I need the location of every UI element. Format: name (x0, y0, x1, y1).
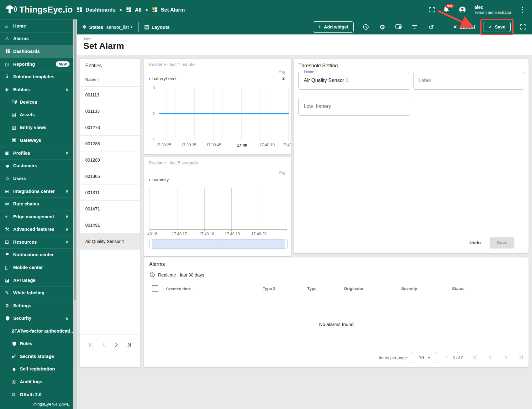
sidebar-item-two-factor[interactable]: 2FATwo-factor authenticati… (0, 324, 73, 337)
alarms-timewindow[interactable]: Realtime - last 30 days (149, 272, 204, 278)
sidebar-item-gateways[interactable]: ⌘Gateways (0, 134, 73, 147)
last-page-icon[interactable] (517, 354, 524, 362)
sidebar-item-oauth[interactable]: ⊚OAuth 2.0 (0, 388, 73, 401)
alarms-widget-title: Alarms (149, 261, 165, 267)
list-item[interactable]: 001471 (80, 201, 140, 217)
sidebar-item-alarms[interactable]: ⚠Alarms (0, 32, 73, 45)
sidebar-item-audit-logs[interactable]: ◎Audit logs (0, 375, 73, 388)
column-header-type[interactable]: Type (307, 286, 316, 291)
states-label[interactable]: States (89, 24, 103, 30)
list-item-selected[interactable]: Air Quality Sensor 1 (80, 233, 140, 250)
list-item[interactable]: 001491 (80, 217, 140, 233)
sidebar-item-self-registration[interactable]: ☻Self registration (0, 363, 73, 375)
sidebar-item-white-labeling[interactable]: ✎White labeling (0, 286, 73, 299)
breadcrumb-all[interactable]: All (126, 7, 141, 13)
column-header-status[interactable]: Status (452, 286, 465, 291)
label-field[interactable]: Label (413, 72, 524, 90)
name-field[interactable]: Name Air Quality Sensor 1 (298, 72, 410, 90)
column-header-created-time[interactable]: Created time ↓ (166, 286, 194, 291)
page-title[interactable]: Set Alarm (83, 41, 124, 51)
states-value-select[interactable]: sensor_list (106, 24, 129, 30)
sidebar-item-dashboards[interactable]: Dashboards (0, 45, 73, 58)
breadcrumb-dashboards[interactable]: Dashboards (76, 7, 115, 13)
kebab-menu-icon[interactable]: ⋮ (518, 6, 527, 14)
sidebar-item-solution-templates[interactable]: ⠿Solution templates (0, 70, 73, 83)
alarm-type-field[interactable]: Low_battery (298, 98, 410, 116)
timewindow-clock-icon[interactable] (362, 23, 370, 31)
sidebar-item-rule-chains[interactable]: ⇄Rule chains (0, 197, 73, 210)
sidebar-item-home[interactable]: ⌂Home (0, 19, 73, 32)
sidebar-item-integrations-center[interactable]: ⊞Integrations center∨ (0, 185, 73, 198)
first-page-icon[interactable] (88, 341, 95, 349)
sidebar-item-settings[interactable]: ⚙Settings (0, 299, 73, 312)
filter-icon[interactable] (411, 23, 419, 31)
sidebar-item-mobile-center[interactable]: ▯Mobile center (0, 261, 73, 274)
list-item[interactable]: 001273 (80, 119, 140, 136)
dashboard-grid-icon (76, 7, 83, 13)
sidebar-item-reporting[interactable]: ◫ReportingNEW (0, 58, 73, 70)
sidebar-item-advanced-features[interactable]: ⚒Advanced features∨ (0, 223, 73, 236)
sidebar-item-devices[interactable]: Devices (0, 96, 73, 109)
chart-timewindow-title[interactable]: Realtime - last 5 seconds (149, 160, 198, 165)
save-button[interactable]: ✓ Save (483, 22, 511, 32)
sidebar-item-users[interactable]: ☺Users (0, 172, 73, 185)
reporting-icon: ◫ (5, 61, 13, 67)
sidebar-item-api-usage[interactable]: ◪API usage (0, 274, 73, 287)
sidebar-item-customers[interactable]: ☻Customers (0, 159, 73, 172)
list-item[interactable]: 001311 (80, 184, 140, 201)
list-item[interactable]: 001288 (80, 136, 140, 152)
undo-button[interactable]: Undo (470, 240, 481, 245)
items-per-page-select[interactable]: 10 ▾ (412, 352, 437, 363)
scrollbar-handle-left[interactable] (150, 239, 152, 249)
chart-legend[interactable]: ● humidity (149, 177, 169, 182)
previous-page-icon[interactable] (487, 354, 494, 362)
fullscreen-icon[interactable] (519, 23, 527, 31)
last-page-icon[interactable] (125, 341, 132, 349)
list-item[interactable]: 001133 (80, 103, 140, 119)
x-axis-tick: 17:40 (237, 143, 247, 148)
scrollbar-thumb[interactable] (74, 19, 76, 300)
sidebar-item-assets[interactable]: ▤Assets (0, 108, 73, 121)
entities-name-column-header[interactable]: Name ↑ (85, 77, 100, 82)
sidebar-item-notification-center[interactable]: ⚑Notification center (0, 248, 73, 261)
items-per-page-label: Items per page: (379, 355, 408, 360)
select-all-checkbox[interactable] (152, 285, 158, 292)
version-history-icon[interactable]: ↺ (427, 23, 435, 31)
sidebar-item-entity-views[interactable]: ▥Entity views (0, 121, 73, 134)
sidebar-scrollbar[interactable] (73, 19, 77, 409)
manage-layouts-device-icon[interactable] (394, 23, 403, 31)
sidebar-item-roles[interactable]: Roles (0, 337, 73, 350)
layouts-button[interactable]: Layouts (152, 24, 170, 30)
next-page-icon[interactable] (502, 354, 509, 362)
sidebar-item-entities[interactable]: ◈Entities∧ (0, 83, 73, 96)
list-item[interactable]: 001113 (80, 87, 140, 103)
list-item[interactable]: 001289 (80, 152, 140, 168)
cancel-button[interactable]: ✕ Cancel (453, 24, 475, 30)
column-header-type2[interactable]: Type 2 (263, 286, 275, 291)
name-field-label: Name (303, 70, 316, 74)
next-page-icon[interactable] (113, 341, 120, 349)
first-page-icon[interactable] (472, 354, 479, 362)
previous-page-icon[interactable] (100, 341, 107, 349)
sidebar-item-security[interactable]: Security∧ (0, 312, 73, 325)
chart-timewindow-title[interactable]: Realtime - last 1 minute (149, 62, 195, 67)
sidebar-item-profiles[interactable]: ▣Profiles∨ (0, 147, 73, 159)
column-header-originator[interactable]: Originator (344, 286, 364, 291)
dashboard-settings-gear-icon[interactable]: ⚙ (378, 23, 386, 31)
app-logo[interactable]: ThingsEye.io (0, 4, 73, 15)
avatar[interactable] (457, 4, 468, 15)
list-item[interactable]: 001305 (80, 168, 140, 184)
new-badge: NEW (56, 61, 70, 67)
column-header-severity[interactable]: Severity (401, 286, 417, 291)
scrollbar-handle-right[interactable] (285, 239, 287, 249)
breadcrumb-set-alarm[interactable]: Set Alarm (152, 7, 185, 13)
sidebar-item-resources[interactable]: ⊟Resources∨ (0, 236, 73, 248)
threshold-save-button[interactable]: Save (490, 237, 514, 248)
chart-legend[interactable]: ● batteryLevel (149, 76, 176, 81)
sidebar-item-secrets-storage[interactable]: Secrets storage (0, 350, 73, 363)
sidebar-item-edge-management[interactable]: ⌖Edge management∨ (0, 210, 73, 223)
add-widget-button[interactable]: + Add widget (313, 21, 354, 33)
notifications-bell-icon[interactable]: 99+ (442, 5, 450, 14)
exit-fullscreen-icon[interactable] (428, 6, 436, 14)
time-scrollbar[interactable]: ··· (150, 239, 287, 249)
